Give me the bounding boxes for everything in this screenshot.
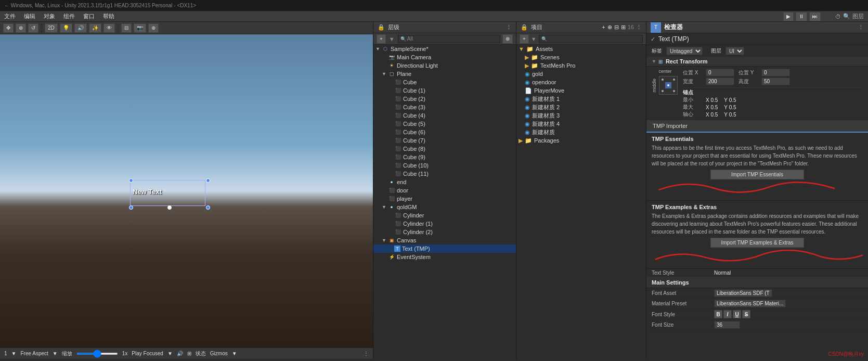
hierarchy-item-canvas[interactable]: ▼ ▣ Canvas <box>373 236 516 244</box>
hierarchy-item-cube7[interactable]: ⬛ Cube (7) <box>373 136 516 145</box>
hierarchy-menu[interactable]: ⋮ <box>506 24 512 31</box>
audio-toggle[interactable]: 🔊 <box>74 23 87 33</box>
project-item-mat5[interactable]: ◉ 新建材质 <box>516 128 646 136</box>
add-hierarchy-btn[interactable]: + <box>377 34 386 44</box>
hierarchy-item-cube3[interactable]: ⬛ Cube (3) <box>373 103 516 111</box>
play-button[interactable]: ▶ <box>783 12 794 21</box>
anchor-preset-box[interactable] <box>659 76 678 95</box>
hierarchy-item-eventsystem[interactable]: ⚡ EventSystem <box>373 253 516 261</box>
2d-toggle[interactable]: 2D <box>45 23 58 33</box>
add-proj-icon[interactable]: + <box>602 24 605 31</box>
menu-window[interactable]: 窗口 <box>83 12 95 20</box>
width-input[interactable] <box>706 78 734 85</box>
checkmark-icon[interactable]: ✓ <box>651 36 655 43</box>
hierarchy-options[interactable]: ⊕ <box>502 34 513 44</box>
project-item-packages[interactable]: ▶ 📁 Packages <box>516 136 646 145</box>
handle-br[interactable] <box>206 205 210 210</box>
proj-icon2[interactable]: ⊕ <box>607 24 612 31</box>
tag-select[interactable]: Untagged <box>666 47 703 55</box>
project-item-scenes[interactable]: ▶ 📁 Scenes <box>516 53 646 61</box>
project-item-mat2[interactable]: ◉ 新建材质 2 <box>516 103 646 111</box>
hierarchy-item-dir-light[interactable]: ☀ Directional Light <box>373 61 516 70</box>
tmp-importer-tab[interactable]: TMP Importer <box>646 120 868 133</box>
hierarchy-item-main-camera[interactable]: 📷 Main Camera <box>373 53 516 61</box>
proj-more[interactable]: ⋮ <box>636 24 642 31</box>
hierarchy-search[interactable]: 🔍 All <box>398 35 500 43</box>
import-essentials-btn[interactable]: Import TMP Essentials <box>710 170 804 179</box>
project-item-mat1[interactable]: ◉ 新建材质 1 <box>516 95 646 103</box>
hierarchy-item-cylinder1[interactable]: ⬛ Cylinder (1) <box>373 220 516 228</box>
light-toggle[interactable]: 💡 <box>60 23 72 33</box>
add-project-btn[interactable]: + <box>520 34 529 44</box>
project-item-gold[interactable]: ◉ gold <box>516 70 646 78</box>
proj-icon4[interactable]: ⊞ <box>621 24 626 31</box>
proj-icon3[interactable]: ⊟ <box>614 24 619 31</box>
gizmos-dropdown[interactable]: ▼ <box>232 351 237 356</box>
project-content[interactable]: ▼ 📁 Assets ▶ 📁 Scenes ▶ 📁 TextMesh Pro ◉… <box>516 45 646 359</box>
proj-dropdown[interactable]: ▼ <box>531 36 537 42</box>
underline-btn[interactable]: U <box>733 310 741 318</box>
more-options[interactable]: ⋮ <box>364 351 369 356</box>
handle-bc[interactable] <box>167 205 172 210</box>
hierarchy-item-cube4[interactable]: ⬛ Cube (4) <box>373 111 516 120</box>
view-options[interactable]: ⊟ <box>121 23 132 33</box>
material-preset-value[interactable]: LiberationSans SDF Materi... <box>714 300 786 307</box>
hierarchy-item-cube8[interactable]: ⬛ Cube (8) <box>373 145 516 153</box>
zoom-slider[interactable] <box>76 353 118 355</box>
handle-bl[interactable] <box>129 205 133 210</box>
hidden-toggle[interactable]: 👁 <box>103 23 115 33</box>
move-tool[interactable]: ⊕ <box>16 23 26 33</box>
hierarchy-item-cube10[interactable]: ⬛ Cube (10) <box>373 161 516 170</box>
menu-object[interactable]: 对象 <box>44 12 55 20</box>
bold-btn[interactable]: B <box>714 310 722 318</box>
transform-tool[interactable]: ✥ <box>3 23 14 33</box>
strikethrough-btn[interactable]: S <box>742 310 750 318</box>
layer-select[interactable]: UI <box>726 47 744 55</box>
hierarchy-item-cylinder[interactable]: ⬛ Cylinder <box>373 211 516 220</box>
hierarchy-item-text-tmp[interactable]: T Text (TMP) <box>373 244 516 253</box>
hierarchy-item-cube6[interactable]: ⬛ Cube (6) <box>373 128 516 136</box>
italic-btn[interactable]: I <box>723 310 732 318</box>
hierarchy-item-goldgm[interactable]: ▼ ● qoldGM <box>373 203 516 211</box>
effects-toggle[interactable]: ✨ <box>89 23 101 33</box>
step-button[interactable]: ⏭ <box>809 12 821 21</box>
menu-edit[interactable]: 编辑 <box>24 12 35 20</box>
gizmo-options[interactable]: ⊕ <box>148 23 159 33</box>
layer-dropdown[interactable]: ▼ <box>11 351 17 356</box>
hierarchy-item-door[interactable]: ⬛ door <box>373 186 516 195</box>
rotate-tool[interactable]: ↺ <box>28 23 38 33</box>
grid-icon[interactable]: ⊞ <box>187 351 191 356</box>
project-item-textmeshpro[interactable]: ▶ 📁 TextMesh Pro <box>516 61 646 70</box>
hierarchy-item-cube5[interactable]: ⬛ Cube (5) <box>373 120 516 128</box>
scene-canvas[interactable]: New Text <box>0 34 373 347</box>
handle-tr[interactable] <box>206 178 210 183</box>
import-extras-btn[interactable]: Import TMP Examples & Extras <box>710 238 804 248</box>
project-item-playermove[interactable]: 📄 PlayerMove <box>516 86 646 95</box>
play-dropdown[interactable]: ▼ <box>167 351 173 356</box>
font-asset-value[interactable]: LiberationSans SDF (T <box>714 289 772 297</box>
project-item-mat4[interactable]: ◉ 新建材质 4 <box>516 120 646 128</box>
handle-tl[interactable] <box>129 178 133 183</box>
hierarchy-item-cylinder2[interactable]: ⬛ Cylinder (2) <box>373 228 516 236</box>
hierarchy-item-cube[interactable]: ⬛ Cube <box>373 78 516 86</box>
hierarchy-item-end[interactable]: ● end <box>373 178 516 186</box>
aspect-ratio[interactable]: Free Aspect <box>20 351 48 356</box>
hierarchy-item-plane[interactable]: ▼ ▢ Plane <box>373 70 516 78</box>
pause-button[interactable]: ⏸ <box>796 12 807 21</box>
project-search[interactable]: 🔍 <box>539 35 643 43</box>
menu-help[interactable]: 帮助 <box>103 12 114 20</box>
gizmos-label[interactable]: Gizmos <box>210 351 228 356</box>
posx-input[interactable] <box>706 69 734 76</box>
play-focused[interactable]: Play Focused <box>132 351 163 356</box>
hierarchy-item-cube9[interactable]: ⬛ Cube (9) <box>373 153 516 161</box>
inspector-menu[interactable]: ⋮ <box>858 24 864 31</box>
project-item-assets[interactable]: ▼ 📁 Assets <box>516 45 646 53</box>
camera-options[interactable]: 📷 <box>134 23 146 33</box>
audio-icon[interactable]: 🔊 <box>177 351 183 356</box>
menu-component[interactable]: 组件 <box>63 12 75 20</box>
project-item-opendoor[interactable]: ◉ opendoor <box>516 78 646 86</box>
aspect-dropdown[interactable]: ▼ <box>53 351 58 356</box>
project-item-mat3[interactable]: ◉ 新建材质 3 <box>516 111 646 120</box>
hierarchy-item-player[interactable]: ⬛ player <box>373 195 516 203</box>
hierarchy-item-cube1[interactable]: ⬛ Cube (1) <box>373 86 516 95</box>
